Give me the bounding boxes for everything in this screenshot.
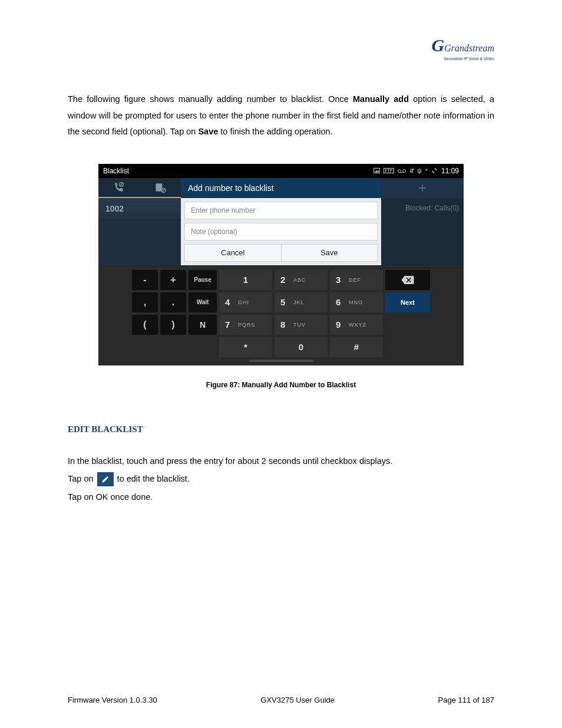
svg-marker-1: [375, 170, 379, 172]
svg-point-3: [402, 169, 405, 172]
blocked-count-label: Blocked: Calls(0): [381, 198, 464, 265]
key-8[interactable]: 8TUV: [275, 315, 328, 335]
page-footer: Firmware Version 1.0.3.30 GXV3275 User G…: [68, 696, 494, 704]
note-input[interactable]: Note (optional): [184, 223, 378, 241]
key-6[interactable]: 6MNO: [330, 292, 383, 312]
figure-screenshot: Blacklist FTP ⇵ ψ * 11:09 Add nu: [98, 164, 464, 365]
key-plus[interactable]: +: [160, 270, 186, 290]
key-minus[interactable]: -: [132, 270, 158, 290]
key-next[interactable]: Next: [385, 292, 430, 312]
key-2[interactable]: 2ABC: [275, 270, 328, 290]
key-comma[interactable]: ,: [132, 292, 158, 312]
key-7[interactable]: 7PQRS: [219, 315, 272, 335]
edit-icon: [97, 472, 114, 486]
key-pause[interactable]: Pause: [189, 270, 217, 290]
key-9[interactable]: 9WXYZ: [330, 315, 383, 335]
cancel-button[interactable]: Cancel: [184, 244, 282, 262]
key-3[interactable]: 3DEF: [330, 270, 383, 290]
usb-icon: ψ: [418, 167, 422, 174]
statusbar-title: Blacklist: [103, 167, 373, 175]
list-blocked-icon: [154, 182, 166, 193]
ftp-icon: FTP: [384, 168, 394, 173]
dialog-title: Add number to blacklist: [181, 178, 381, 198]
blacklist-entry[interactable]: 1002: [98, 198, 181, 220]
key-4[interactable]: 4GHI: [219, 292, 272, 312]
backspace-icon: [401, 276, 414, 284]
save-button[interactable]: Save: [282, 244, 378, 262]
blocked-list-tab[interactable]: [140, 178, 181, 197]
intro-paragraph: The following figure shows manually addi…: [68, 91, 494, 140]
edit-instructions: In the blacklist, touch and press the en…: [68, 452, 494, 506]
key-backspace[interactable]: [385, 270, 430, 290]
phone-number-input[interactable]: Enter phone number: [184, 202, 378, 219]
add-button[interactable]: [381, 178, 464, 198]
svg-line-9: [162, 189, 165, 192]
footer-title: GXV3275 User Guide: [260, 696, 335, 704]
sync-icon: [431, 167, 438, 174]
numeric-keyboard: - + Pause 1 2ABC 3DEF , . Wait 4GHI 5JKL…: [98, 265, 464, 365]
phone-blocked-icon: [113, 182, 125, 193]
key-wait[interactable]: Wait: [189, 292, 217, 312]
figure-caption: Figure 87: Manually Add Number to Blackl…: [68, 381, 494, 389]
bluetooth-icon: *: [425, 167, 428, 174]
brand-logo: GGrandstream Innovative IP Voice & Video: [432, 35, 494, 61]
key-dot[interactable]: .: [160, 292, 186, 312]
key-lparen[interactable]: (: [132, 315, 158, 335]
plus-icon: [417, 183, 428, 193]
key-n[interactable]: N: [189, 315, 217, 335]
key-1[interactable]: 1: [219, 270, 272, 290]
status-icons: FTP ⇵ ψ *: [373, 167, 438, 174]
signal-icon: ⇵: [409, 167, 414, 174]
key-5[interactable]: 5JKL: [275, 292, 328, 312]
footer-page: Page 111 of 187: [438, 696, 494, 704]
svg-rect-7: [156, 183, 163, 191]
status-time: 11:09: [441, 167, 459, 175]
key-rparen[interactable]: ): [160, 315, 186, 335]
blocked-calls-tab[interactable]: [98, 178, 140, 197]
svg-point-2: [398, 169, 401, 172]
status-bar: Blacklist FTP ⇵ ψ * 11:09: [98, 164, 464, 178]
key-hash[interactable]: #: [330, 337, 383, 357]
key-0[interactable]: 0: [275, 337, 328, 357]
footer-firmware: Firmware Version 1.0.3.30: [68, 696, 157, 704]
collapse-bar[interactable]: [249, 360, 313, 362]
key-star[interactable]: *: [219, 337, 272, 357]
image-icon: [373, 167, 380, 174]
svg-line-6: [120, 183, 123, 186]
voicemail-icon: [398, 169, 406, 173]
section-heading: EDIT BLACKLIST: [68, 424, 494, 434]
